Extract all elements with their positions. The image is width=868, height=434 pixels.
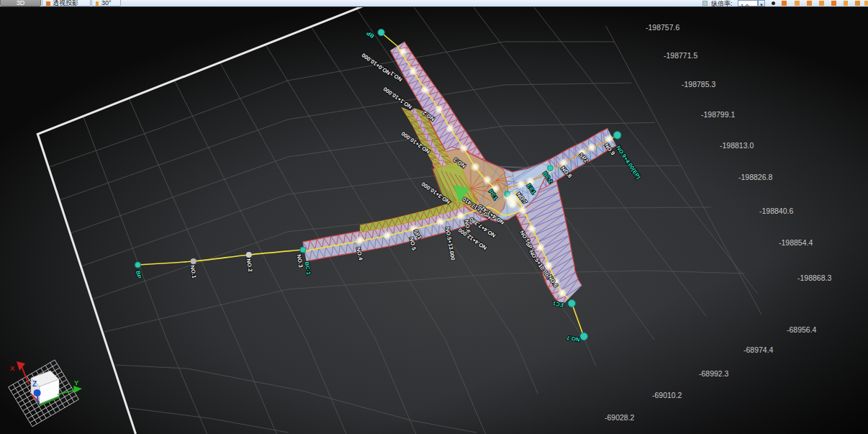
svg-text:Y: Y: [74, 379, 79, 386]
svg-text:-198785.3: -198785.3: [682, 80, 715, 89]
svg-text:-68974.4: -68974.4: [743, 345, 774, 354]
svg-text:-198854.4: -198854.4: [779, 238, 813, 247]
svg-text:-69028.2: -69028.2: [605, 413, 635, 422]
svg-text:-69010.2: -69010.2: [652, 391, 682, 399]
svg-text:-198826.8: -198826.8: [738, 173, 772, 181]
svg-text:-198868.3: -198868.3: [797, 273, 831, 282]
svg-text:Z: Z: [32, 380, 37, 388]
svg-text:-198813.0: -198813.0: [720, 141, 754, 150]
svg-text:-198799.1: -198799.1: [701, 110, 735, 119]
svg-text:BP: BP: [135, 270, 143, 279]
svg-text:-68992.3: -68992.3: [699, 369, 729, 378]
svg-text:-198771.5: -198771.5: [664, 51, 697, 60]
svg-text:-198757.6: -198757.6: [646, 23, 679, 32]
svg-text:-198840.6: -198840.6: [759, 207, 793, 215]
svg-text:X: X: [10, 364, 15, 372]
svg-text:-68956.4: -68956.4: [787, 325, 817, 334]
